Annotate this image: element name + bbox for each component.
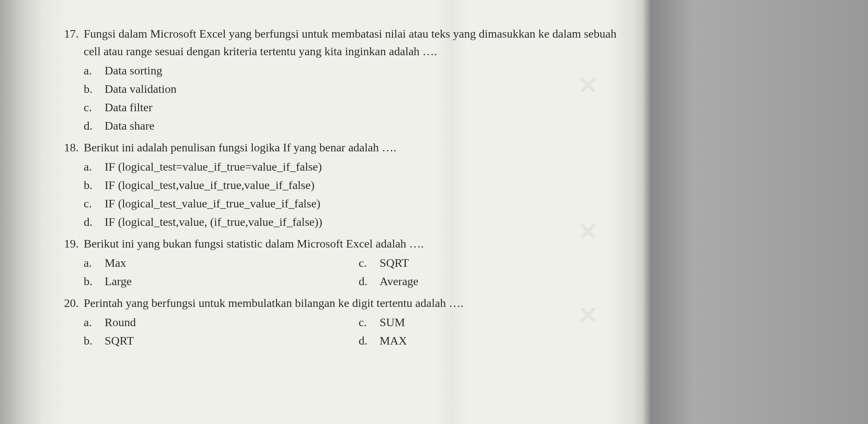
option-letter: a. bbox=[84, 158, 105, 176]
option-letter: d. bbox=[359, 332, 380, 350]
option-b: b. SQRT bbox=[84, 332, 359, 350]
option-letter: b. bbox=[84, 273, 105, 290]
option-text: SQRT bbox=[380, 254, 634, 272]
option-letter: d. bbox=[359, 273, 380, 290]
option-a: a. Max bbox=[84, 254, 359, 272]
option-d: d. MAX bbox=[359, 332, 634, 350]
question-body: Berikut ini yang bukan fungsi statistic … bbox=[84, 235, 634, 291]
options-right-col: c. SUM d. MAX bbox=[359, 314, 634, 350]
option-letter: d. bbox=[84, 213, 105, 231]
option-a: a. Round bbox=[84, 314, 359, 331]
option-text: SQRT bbox=[105, 332, 359, 350]
option-b: b. Data validation bbox=[84, 80, 634, 98]
options-right-col: c. SQRT d. Average bbox=[359, 254, 634, 291]
options-two-col: a. Max b. Large c. SQRT d. Avera bbox=[84, 254, 634, 291]
option-text: Data share bbox=[105, 117, 634, 135]
question-20: 20. Perintah yang berfungsi untuk membul… bbox=[59, 294, 634, 350]
option-text: IF (logical_test,value, (if_true,value_i… bbox=[105, 213, 634, 231]
question-text: Berikut ini yang bukan fungsi statistic … bbox=[84, 235, 634, 253]
question-19: 19. Berikut ini yang bukan fungsi statis… bbox=[59, 235, 634, 291]
option-letter: a. bbox=[84, 62, 105, 79]
option-letter: c. bbox=[359, 314, 380, 331]
option-text: Data filter bbox=[105, 99, 634, 116]
question-18: 18. Berikut ini adalah penulisan fungsi … bbox=[59, 139, 634, 232]
question-17: 17. Fungsi dalam Microsoft Excel yang be… bbox=[59, 25, 634, 135]
option-d: d. Data share bbox=[84, 117, 634, 135]
option-text: IF (logical_test_value_if_true_value_if_… bbox=[105, 195, 634, 212]
question-text: Fungsi dalam Microsoft Excel yang berfun… bbox=[84, 25, 634, 60]
option-b: b. Large bbox=[84, 273, 359, 290]
option-d: d. Average bbox=[359, 273, 634, 290]
question-body: Fungsi dalam Microsoft Excel yang berfun… bbox=[84, 25, 634, 135]
option-a: a. Data sorting bbox=[84, 62, 634, 79]
question-text: Perintah yang berfungsi untuk membulatka… bbox=[84, 294, 634, 312]
option-text: IF (logical_test,value_if_true,value_if_… bbox=[105, 176, 634, 194]
question-body: Perintah yang berfungsi untuk membulatka… bbox=[84, 294, 634, 350]
option-text: SUM bbox=[380, 314, 634, 331]
question-number: 18. bbox=[59, 139, 84, 232]
option-text: IF (logical_test=value_if_true=value_if_… bbox=[105, 158, 634, 176]
option-letter: b. bbox=[84, 332, 105, 350]
option-letter: c. bbox=[84, 99, 105, 116]
options-list: a. IF (logical_test=value_if_true=value_… bbox=[84, 158, 634, 231]
option-letter: a. bbox=[84, 254, 105, 272]
option-letter: b. bbox=[84, 80, 105, 98]
option-b: b. IF (logical_test,value_if_true,value_… bbox=[84, 176, 634, 194]
options-list: a. Data sorting b. Data validation c. Da… bbox=[84, 62, 634, 135]
option-letter: b. bbox=[84, 176, 105, 194]
option-d: d. IF (logical_test,value, (if_true,valu… bbox=[84, 213, 634, 231]
option-letter: d. bbox=[84, 117, 105, 135]
option-text: Round bbox=[105, 314, 359, 331]
question-number: 20. bbox=[59, 294, 84, 350]
option-c: c. IF (logical_test_value_if_true_value_… bbox=[84, 195, 634, 212]
option-letter: c. bbox=[84, 195, 105, 212]
option-letter: c. bbox=[359, 254, 380, 272]
option-c: c. SUM bbox=[359, 314, 634, 331]
option-text: Average bbox=[380, 273, 634, 290]
option-c: c. SQRT bbox=[359, 254, 634, 272]
page-content: 17. Fungsi dalam Microsoft Excel yang be… bbox=[0, 25, 634, 350]
option-c: c. Data filter bbox=[84, 99, 634, 116]
option-text: Data sorting bbox=[105, 62, 634, 79]
option-text: Data validation bbox=[105, 80, 634, 98]
option-text: Max bbox=[105, 254, 359, 272]
option-text: Large bbox=[105, 273, 359, 290]
question-text: Berikut ini adalah penulisan fungsi logi… bbox=[84, 139, 634, 156]
question-number: 17. bbox=[59, 25, 84, 135]
options-two-col: a. Round b. SQRT c. SUM d. MAX bbox=[84, 314, 634, 350]
option-letter: a. bbox=[84, 314, 105, 331]
options-left-col: a. Round b. SQRT bbox=[84, 314, 359, 350]
options-left-col: a. Max b. Large bbox=[84, 254, 359, 291]
question-body: Berikut ini adalah penulisan fungsi logi… bbox=[84, 139, 634, 232]
option-text: MAX bbox=[380, 332, 634, 350]
question-number: 19. bbox=[59, 235, 84, 291]
option-a: a. IF (logical_test=value_if_true=value_… bbox=[84, 158, 634, 176]
